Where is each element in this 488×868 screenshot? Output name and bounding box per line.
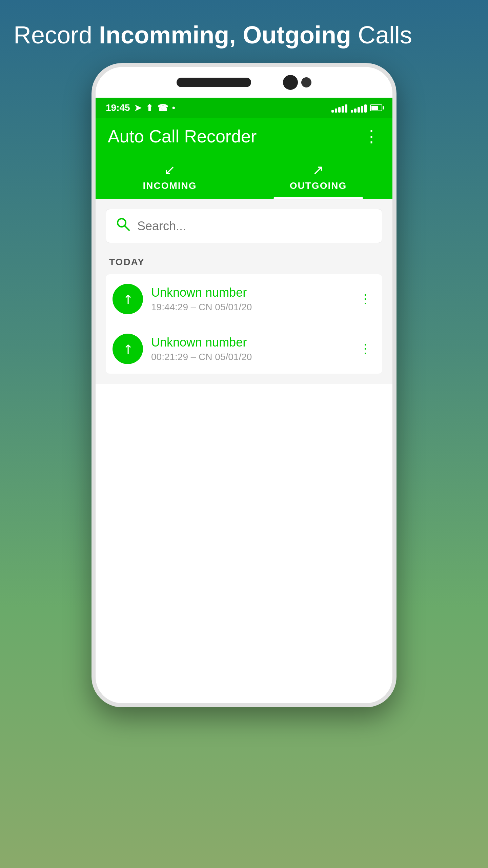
face-id-sensor <box>301 77 311 87</box>
svg-line-1 <box>125 226 129 230</box>
call-avatar: ↗ <box>113 284 143 314</box>
tab-outgoing[interactable]: ↗ OUTGOING <box>244 155 392 199</box>
headline-bold: Incomming, Outgoing <box>99 21 351 48</box>
tab-incoming[interactable]: ↙ INCOMING <box>96 155 244 199</box>
incoming-icon: ↙ <box>164 162 176 178</box>
search-icon <box>116 217 130 235</box>
call-icon: ☎ <box>157 103 168 113</box>
status-bar: 19:45 ➤ ⬆ ☎ • <box>96 98 392 118</box>
power-button[interactable] <box>394 196 396 240</box>
outgoing-call-icon: ↗ <box>119 340 137 358</box>
app-bar: Auto Call Recorder ⋮ <box>96 118 392 155</box>
speaker-pill <box>177 78 251 87</box>
battery-icon <box>370 104 382 111</box>
headline-part1: Record <box>14 21 99 48</box>
page-headline: Record Incomming, Outgoing Calls <box>0 0 488 63</box>
selfie-camera <box>283 75 298 90</box>
headline-text: Record Incomming, Outgoing Calls <box>14 21 412 48</box>
time-display: 19:45 <box>106 102 130 113</box>
tab-outgoing-label: OUTGOING <box>290 180 347 191</box>
status-icons-right <box>331 103 382 113</box>
caller-name: Unknown number <box>151 335 348 350</box>
volume-down-button[interactable] <box>92 210 94 237</box>
volume-up-button[interactable] <box>92 169 94 196</box>
phone-frame: 19:45 ➤ ⬆ ☎ • <box>92 63 396 707</box>
call-avatar: ↗ <box>113 334 143 364</box>
call-info: Unknown number 00:21:29 – CN 05/01/20 <box>151 335 348 362</box>
signal-bars-2 <box>351 103 367 113</box>
location-icon: ➤ <box>134 103 142 113</box>
data-icon: ⬆ <box>146 103 153 113</box>
search-input[interactable] <box>137 219 372 233</box>
dot-icon: • <box>172 103 175 113</box>
headline-part2: Calls <box>351 21 412 48</box>
call-more-button[interactable]: ⋮ <box>356 289 375 310</box>
section-today: TODAY <box>106 257 382 268</box>
call-item: ↗ Unknown number 00:21:29 – CN 05/01/20 … <box>106 324 382 374</box>
call-timestamp: 00:21:29 – CN 05/01/20 <box>151 352 348 362</box>
outgoing-icon: ↗ <box>312 162 324 178</box>
call-info: Unknown number 19:44:29 – CN 05/01/20 <box>151 285 348 313</box>
caller-name: Unknown number <box>151 285 348 300</box>
call-timestamp: 19:44:29 – CN 05/01/20 <box>151 302 348 313</box>
call-item: ↗ Unknown number 19:44:29 – CN 05/01/20 … <box>106 274 382 324</box>
call-list: ↗ Unknown number 19:44:29 – CN 05/01/20 … <box>106 274 382 374</box>
tab-bar: ↙ INCOMING ↗ OUTGOING <box>96 155 392 199</box>
more-options-button[interactable]: ⋮ <box>363 127 380 146</box>
search-bar[interactable] <box>106 209 382 243</box>
signal-bars-1 <box>331 103 347 113</box>
app-title: Auto Call Recorder <box>108 126 257 146</box>
tab-incoming-label: INCOMING <box>143 180 197 191</box>
call-more-button[interactable]: ⋮ <box>356 338 375 359</box>
outgoing-call-icon: ↗ <box>119 290 137 309</box>
content-area: TODAY ↗ Unknown number 19:44:29 – CN 05/… <box>96 199 392 384</box>
phone-notch <box>96 67 392 98</box>
